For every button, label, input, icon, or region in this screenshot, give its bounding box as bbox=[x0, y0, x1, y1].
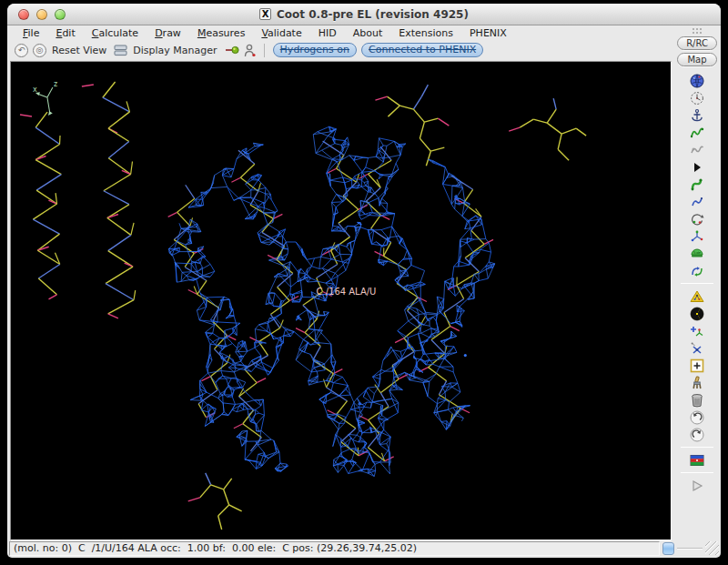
display-manager-icon bbox=[114, 45, 127, 56]
menu-edit[interactable]: Edit bbox=[47, 26, 83, 40]
menu-phenix[interactable]: PHENIX bbox=[461, 26, 515, 40]
mutate-radioactive-icon[interactable] bbox=[687, 305, 707, 322]
rotamer-outline-icon[interactable] bbox=[687, 141, 707, 158]
key-icon[interactable] bbox=[225, 45, 239, 55]
coot-window: X Coot 0.8-pre EL (revision 4925) FileEd… bbox=[7, 4, 721, 558]
side-chain-180-icon[interactable]: Side bbox=[687, 245, 707, 262]
svg-text:z: z bbox=[54, 80, 57, 88]
rc-mode-button[interactable]: R/RC bbox=[677, 36, 717, 50]
redo-icon[interactable] bbox=[687, 426, 707, 443]
menu-hid[interactable]: HID bbox=[310, 26, 345, 40]
toolbar-separator bbox=[264, 44, 265, 57]
add-terminal-residue-icon[interactable] bbox=[687, 322, 707, 339]
flip-peptide-icon[interactable] bbox=[687, 262, 707, 279]
delete-item-trash-icon[interactable] bbox=[687, 391, 707, 409]
toolbar: ↶ ◎ Reset View Display Manager bbox=[7, 40, 673, 60]
edit-chi-angles-icon[interactable] bbox=[687, 210, 707, 227]
reset-view-button[interactable]: Reset View bbox=[52, 45, 106, 56]
menu-draw[interactable]: Draw bbox=[147, 26, 189, 40]
svg-text:Side: Side bbox=[693, 251, 702, 255]
auto-fit-rotamer-icon[interactable] bbox=[687, 176, 707, 193]
window-resize-grip[interactable] bbox=[705, 541, 719, 555]
toolbar-group-separator bbox=[681, 283, 713, 284]
rigid-body-anchor-icon[interactable] bbox=[687, 106, 707, 124]
person-icon[interactable] bbox=[244, 44, 256, 57]
window-title: Coot 0.8-pre EL (revision 4925) bbox=[277, 8, 469, 21]
titlebar[interactable]: X Coot 0.8-pre EL (revision 4925) bbox=[7, 4, 721, 25]
menu-measures[interactable]: Measures bbox=[189, 26, 254, 40]
x11-icon: X bbox=[259, 8, 271, 20]
menu-file[interactable]: File bbox=[15, 26, 47, 40]
torsion-general-icon[interactable] bbox=[687, 227, 707, 245]
refine-sphere-icon[interactable] bbox=[687, 72, 707, 89]
menu-extensions[interactable]: Extensions bbox=[390, 26, 461, 40]
pepflip-warning-icon[interactable] bbox=[687, 288, 707, 305]
add-alt-conf-icon[interactable] bbox=[687, 339, 707, 357]
rotate-translate-zone-icon[interactable] bbox=[687, 124, 707, 141]
regularize-clock-icon[interactable] bbox=[687, 89, 707, 106]
status-row: (mol. no: 0) C /1/U/164 ALA occ: 1.00 bf… bbox=[7, 540, 721, 558]
status-bar-text: (mol. no: 0) C /1/U/164 ALA occ: 1.00 bf… bbox=[9, 541, 660, 556]
detach-grip-icon[interactable] bbox=[692, 27, 703, 35]
menu-calculate[interactable]: Calculate bbox=[84, 26, 147, 40]
toolbar-group-separator bbox=[681, 447, 713, 448]
menu-validate[interactable]: Validate bbox=[253, 26, 309, 40]
phenix-connection-button[interactable]: Connected to PHENIX bbox=[361, 43, 483, 57]
scrollbar-track bbox=[677, 548, 703, 550]
undo-icon[interactable] bbox=[687, 409, 707, 426]
edit-backbone-icon[interactable] bbox=[687, 193, 707, 210]
display-manager-button[interactable]: Display Manager bbox=[133, 45, 217, 56]
menu-about[interactable]: About bbox=[345, 26, 391, 40]
expander-arrow-icon[interactable] bbox=[687, 158, 707, 176]
right-toolbar-panel: R/RC Map Side bbox=[673, 25, 721, 540]
svg-text:x: x bbox=[33, 86, 37, 94]
run-refmac-flag-icon[interactable] bbox=[687, 451, 707, 469]
back-arrow-circle-icon[interactable]: ↶ bbox=[15, 44, 28, 57]
play-expander-icon[interactable] bbox=[687, 477, 707, 494]
atom-label: C /164 ALA/U bbox=[317, 287, 377, 297]
3d-viewport-frame: xzC /164 ALA/U bbox=[10, 61, 672, 540]
clear-pending-brush-icon[interactable] bbox=[687, 374, 707, 391]
menubar: FileEditCalculateDrawMeasuresValidateHID… bbox=[7, 25, 673, 40]
add-atom-box-icon[interactable] bbox=[687, 357, 707, 374]
map-button[interactable]: Map bbox=[677, 53, 717, 66]
modeling-tools-column: Side bbox=[681, 72, 713, 494]
scrollbar-thumb[interactable] bbox=[662, 542, 674, 555]
hydrogens-toggle-button[interactable]: Hydrogens on bbox=[273, 43, 357, 57]
3d-viewport-canvas[interactable]: xzC /164 ALA/U bbox=[11, 62, 671, 540]
window-title-wrap: X Coot 0.8-pre EL (revision 4925) bbox=[7, 8, 721, 21]
center-view-circle-icon[interactable]: ◎ bbox=[33, 44, 46, 57]
toolbar-group-separator bbox=[681, 472, 713, 473]
